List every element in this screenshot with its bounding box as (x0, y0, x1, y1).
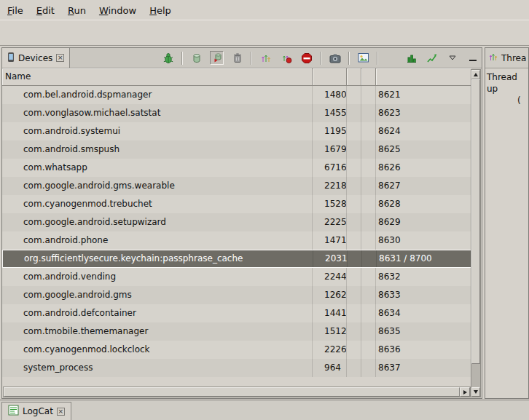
opengl-bars-icon[interactable] (404, 51, 418, 65)
vscroll-thumb[interactable] (471, 79, 480, 364)
logcat-icon (8, 405, 19, 418)
toolbar-separator (348, 52, 350, 65)
heap-status-cell (347, 322, 361, 341)
menu-window[interactable]: Window (93, 1, 143, 19)
column-header-name[interactable]: Name (2, 68, 313, 86)
table-row[interactable]: com.google.android.setupwizard 22250 862… (2, 213, 471, 231)
menu-file[interactable]: File (1, 1, 30, 19)
scroll-right-icon[interactable] (460, 387, 470, 397)
tab-logcat[interactable]: LogCat × (1, 402, 71, 420)
table-row[interactable]: com.android.defcontainer 14411 8634 (2, 304, 471, 322)
threads-tabbar: Threa (485, 48, 528, 68)
process-name: com.cyanogenmod.trebuchet (2, 195, 313, 213)
scroll-down-icon[interactable] (471, 387, 480, 397)
process-pid: 22250 (313, 213, 347, 231)
table-row[interactable]: com.google.android.gms 12623 8633 (2, 286, 471, 304)
scroll-up-icon[interactable] (471, 70, 480, 79)
heap-status-cell (348, 250, 362, 267)
cause-gc-icon[interactable] (230, 51, 244, 65)
tab-threads-label[interactable]: Threa (501, 53, 526, 63)
minimize-icon[interactable] (466, 51, 479, 65)
toolbar-separator (377, 52, 378, 65)
capture-view-icon[interactable] (356, 51, 370, 65)
column-header-port[interactable] (376, 68, 471, 86)
process-port: 8634 (376, 304, 471, 322)
table-row[interactable]: com.android.smspush 1679 8625 (2, 140, 471, 159)
process-pid: 14411 (313, 304, 347, 322)
heap-status-cell (347, 341, 361, 359)
process-pid: 1471 (313, 231, 347, 250)
view-menu-icon[interactable] (445, 51, 459, 65)
thread-status-cell (361, 359, 376, 377)
threads-message-line1: Thread up (487, 71, 527, 95)
process-port: 8628 (376, 195, 471, 213)
close-icon[interactable]: × (57, 408, 65, 416)
threads-icon (488, 52, 498, 64)
heap-status-cell (347, 359, 361, 377)
process-pid: 14553 (313, 104, 347, 122)
table-row[interactable]: com.android.phone 1471 8630 (2, 231, 471, 250)
column-header-thread[interactable] (361, 68, 376, 86)
process-name: com.android.vending (2, 268, 313, 286)
table-row[interactable]: com.vonglasow.michael.satstat 14553 8623 (2, 104, 471, 122)
stop-process-icon[interactable] (299, 51, 313, 65)
menu-run[interactable]: Run (61, 1, 93, 19)
debug-process-icon[interactable] (161, 51, 175, 65)
process-pid: 12623 (313, 286, 347, 304)
process-pid: 1528 (313, 195, 347, 213)
devices-toolbar (161, 48, 479, 68)
thread-status-cell (361, 177, 376, 195)
table-row[interactable]: com.cyanogenmod.trebuchet 1528 8628 (2, 195, 471, 213)
main-toolbar-strip (0, 20, 529, 46)
process-port: 8625 (376, 140, 471, 159)
heap-status-cell (347, 86, 361, 104)
table-row[interactable]: com.google.android.gms.wearable 22185 86… (2, 177, 471, 195)
table-header: Name (2, 68, 471, 86)
vertical-scrollbar[interactable] (471, 69, 481, 397)
thread-status-cell (361, 322, 376, 341)
menu-help[interactable]: Help (143, 1, 178, 19)
heap-status-cell (347, 304, 361, 322)
update-heap-icon[interactable] (189, 51, 203, 65)
process-port: 8629 (376, 213, 471, 231)
toolbar-separator (251, 52, 252, 65)
table-row-selected[interactable]: org.sufficientlysecure.keychain:passphra… (2, 250, 471, 268)
table-row[interactable]: com.android.vending 22440 8632 (2, 268, 471, 286)
process-pid: 1480 (313, 86, 347, 104)
screen-capture-icon[interactable] (328, 51, 342, 65)
menu-edit[interactable]: Edit (30, 1, 61, 19)
update-threads-icon[interactable] (259, 51, 273, 65)
tab-logcat-label: LogCat (23, 406, 53, 416)
process-pid: 964 (313, 359, 347, 377)
process-pid: 1512 (313, 322, 347, 341)
thread-status-cell (361, 213, 376, 231)
process-name: com.tmobile.thememanager (2, 322, 313, 341)
table-row[interactable]: com.whatsapp 6716 8626 (2, 159, 471, 177)
horizontal-scrollbar[interactable] (3, 387, 471, 397)
opengl-trace-icon[interactable] (425, 51, 439, 65)
threads-message: Thread up ( (485, 68, 528, 106)
process-pid: 20311 (313, 250, 348, 267)
process-pid: 6716 (313, 159, 347, 177)
tab-devices[interactable]: Devices × (2, 48, 70, 68)
heap-status-cell (347, 104, 361, 122)
thread-status-cell (362, 250, 377, 267)
process-name: com.vonglasow.michael.satstat (2, 104, 313, 122)
table-row[interactable]: com.tmobile.thememanager 1512 8635 (2, 322, 471, 341)
table-row[interactable]: com.bel.android.dspmanager 1480 8621 (2, 86, 471, 104)
table-row[interactable]: com.cyanogenmod.lockclock 22265 8636 (2, 341, 471, 359)
thread-status-cell (361, 231, 376, 250)
table-row[interactable]: system_process 964 8637 (2, 359, 471, 377)
close-icon[interactable]: × (56, 54, 64, 62)
hscroll-thumb[interactable] (4, 387, 460, 397)
column-header-heap[interactable] (347, 68, 361, 86)
table-row[interactable]: com.android.systemui 1195 8624 (2, 122, 471, 140)
column-header-pid[interactable] (313, 68, 347, 86)
dump-hprof-icon[interactable] (210, 51, 224, 65)
start-method-profiling-icon[interactable] (279, 51, 293, 65)
heap-status-cell (347, 268, 361, 286)
process-pid: 22185 (313, 177, 347, 195)
thread-status-cell (361, 268, 376, 286)
process-port: 8621 (376, 86, 471, 104)
process-port: 8627 (376, 177, 471, 195)
